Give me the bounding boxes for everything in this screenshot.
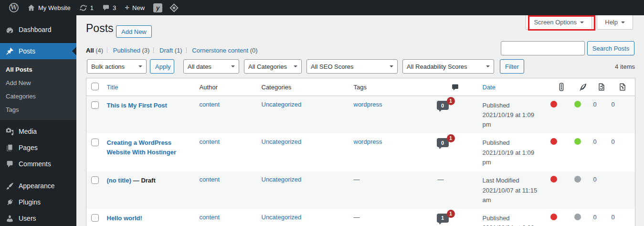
sidebar-item-label: Dashboard [19,26,52,33]
sidebar-item-label: Plugins [19,198,41,206]
new-content-menu[interactable]: + New [120,0,149,15]
filter-button[interactable]: Filter [500,59,524,74]
author-link[interactable]: content [200,138,220,145]
outgoing-internal-links-column-icon [593,83,610,91]
sidebar-item-dashboard[interactable]: Dashboard [0,22,76,38]
post-title-link[interactable]: (no title) [107,177,131,184]
current-menu-arrow [72,47,76,55]
comments-menu[interactable]: 3 [98,0,120,15]
site-name-label: My Website [38,4,71,11]
post-row: This is My First Post content Uncategori… [86,96,635,134]
author-link[interactable]: content [200,101,220,108]
add-new-button[interactable]: Add New [116,25,152,38]
column-header-tags: Tags [349,78,425,96]
sidebar-item-posts[interactable]: Posts [0,43,76,59]
column-header-title[interactable]: Title [107,84,118,91]
author-link[interactable]: content [200,176,220,183]
help-button[interactable]: Help [597,15,633,30]
comment-count-bubble[interactable]: 0 1 [437,101,449,110]
sidebar-item-users[interactable]: Users [0,210,76,226]
pending-comments-badge: 1 [447,97,455,105]
wp-logo-menu[interactable]: W [5,0,23,15]
chevron-down-icon [231,65,235,69]
column-header-author: Author [195,78,257,96]
updates-icon [79,4,87,12]
category-link[interactable]: Uncategorized [262,101,302,108]
updates-count: 1 [90,4,94,11]
category-link[interactable]: Uncategorized [262,138,302,145]
outgoing-links-count: 0 [593,138,597,145]
screen-options-button[interactable]: Screen Options [526,15,592,30]
updates-menu[interactable]: 1 [75,0,98,15]
row-checkbox[interactable] [91,101,99,109]
all-categories-select[interactable]: All Categories [244,59,302,74]
search-input[interactable] [501,41,585,55]
post-title-link[interactable]: This is My First Post [107,102,167,109]
incoming-internal-links-column-icon [612,83,634,91]
comments-bubble-icon [102,4,110,11]
sidebar-item-plugins[interactable]: Plugins [0,194,76,210]
apply-button[interactable]: Apply [150,59,174,74]
all-seo-scores-select[interactable]: All SEO Scores [306,59,398,74]
pending-comments-badge: 1 [447,134,455,142]
seo-score-dot [550,176,557,183]
sidebar-item-pages[interactable]: Pages [0,140,76,156]
yoast-seo-menu[interactable]: y [149,0,167,15]
posts-submenu: All Posts Add New Categories Tags [0,59,76,120]
sidebar-item-label: Users [19,215,36,222]
category-link[interactable]: Uncategorized [262,214,302,221]
readability-score-dot [574,101,581,108]
comment-count-bubble[interactable]: 0 1 [437,138,449,147]
sidebar-item-label: Pages [19,144,38,151]
date-cell: Published2021/10/19 at 1:09 pm [478,96,549,134]
view-published-link[interactable]: Published [113,47,140,54]
outgoing-links-count: 0 [593,214,597,221]
tag-link[interactable]: wordpress [354,101,382,108]
post-title-link[interactable]: Creating a WordPress Website With Hostin… [107,139,177,156]
site-name-menu[interactable]: My Website [23,0,75,15]
category-link[interactable]: Uncategorized [262,176,302,183]
row-checkbox[interactable] [91,176,99,184]
row-checkbox[interactable] [91,139,99,146]
sidebar-item-media[interactable]: Media [0,123,76,140]
column-header-date[interactable]: Date [483,84,496,91]
all-readability-scores-select[interactable]: All Readability Scores [402,59,494,74]
sidebar-item-comments[interactable]: Comments [0,156,76,172]
media-icon [6,128,14,136]
sidebar-item-label: Comments [19,160,51,168]
submenu-item-categories[interactable]: Categories [0,89,76,103]
yoast-seo-icon: y [153,3,162,12]
date-cell: Published2021/10/19 at 1:09 pm [478,133,549,171]
plugin-diamond-menu[interactable] [167,0,181,15]
post-views-filter: All (4) Published (3) Draft (1) Cornerst… [86,47,258,54]
submenu-item-all-posts[interactable]: All Posts [0,63,76,76]
view-draft-link[interactable]: Draft [159,47,173,54]
search-posts-button[interactable]: Search Posts [587,41,634,55]
tag-link[interactable]: wordpress [354,138,382,145]
readability-score-dot [574,176,581,183]
main-content: Screen Options Help Posts Add New All (4… [76,15,644,226]
view-all-link[interactable]: All [86,47,94,54]
bulk-actions-select[interactable]: Bulk actions [87,59,147,74]
user-icon [6,215,14,223]
all-dates-select[interactable]: All dates [183,59,239,74]
incoming-links-count: 0 [612,101,615,108]
sidebar-item-appearance[interactable]: Appearance [0,178,76,194]
post-row: Creating a WordPress Website With Hostin… [86,133,635,171]
table-nav: Bulk actions Apply All dates All Categor… [87,59,524,74]
comments-count: 3 [113,4,116,11]
row-checkbox[interactable] [91,214,99,222]
chevron-down-icon [390,65,393,69]
admin-sidebar: Dashboard Posts All Posts Add New Catego… [0,15,76,226]
post-row: (no title)— Draft content Uncategorized … [86,171,635,208]
comments-icon [6,160,14,168]
post-title-link[interactable]: Hello world! [107,215,142,222]
submenu-item-tags[interactable]: Tags [0,103,76,116]
author-link[interactable]: content [200,214,220,221]
comment-count-bubble[interactable]: 1 1 [437,214,449,223]
chevron-down-icon [294,65,297,69]
select-all-checkbox[interactable] [91,83,99,90]
comments-column-icon [437,83,473,91]
submenu-item-add-new[interactable]: Add New [0,76,76,89]
view-cornerstone-link[interactable]: Cornerstone content [192,47,248,54]
